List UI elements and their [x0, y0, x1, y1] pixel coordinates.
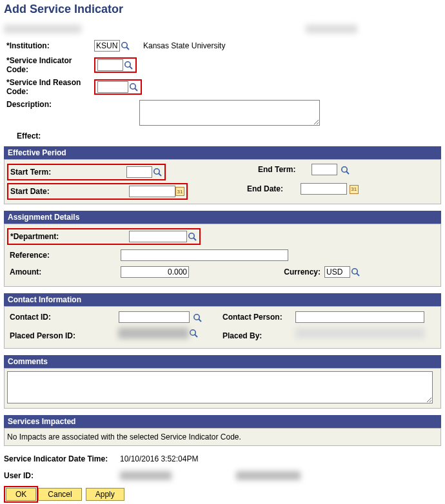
person-name-redacted	[4, 24, 81, 34]
person-id-redacted	[306, 24, 357, 34]
userid-value-redacted	[120, 471, 172, 480]
currency-input[interactable]	[324, 266, 350, 278]
placed-by-value-redacted	[295, 328, 424, 338]
svc-reason-lookup-icon[interactable]	[128, 82, 139, 92]
services-impacted-msg: No Impacts are associated with the selec…	[7, 432, 241, 441]
contact-id-label: Contact ID:	[7, 313, 84, 322]
placed-id-label: Placed Person ID:	[7, 331, 84, 340]
end-date-calendar-icon[interactable]: 31	[350, 185, 359, 194]
amount-input[interactable]	[121, 266, 189, 278]
services-impacted-title: Services Impacted	[4, 415, 441, 428]
placed-by-label: Placed By:	[222, 331, 293, 340]
end-term-label: End Term:	[258, 165, 310, 174]
contact-id-input[interactable]	[119, 311, 190, 323]
apply-button[interactable]: Apply	[86, 488, 124, 501]
end-date-input[interactable]	[301, 183, 347, 195]
description-textarea[interactable]	[139, 100, 320, 126]
institution-label: *Institution:	[4, 41, 94, 50]
description-label: Description:	[4, 100, 94, 109]
department-input[interactable]	[129, 231, 187, 242]
contact-title: Contact Information	[4, 293, 441, 306]
userid-label: User ID:	[4, 471, 120, 480]
reference-label: Reference:	[7, 251, 75, 260]
datetime-value: 10/10/2016 3:52:04PM	[120, 454, 198, 463]
svc-reason-input[interactable]	[97, 81, 128, 93]
placed-id-value-redacted	[119, 328, 188, 338]
svc-code-label: *Service Indicator Code:	[4, 56, 94, 74]
effective-period-title: Effective Period	[4, 146, 441, 159]
contact-person-label: Contact Person:	[222, 313, 293, 322]
start-term-lookup-icon[interactable]	[152, 167, 163, 177]
cancel-button[interactable]: Cancel	[38, 488, 81, 501]
effect-label: Effect:	[4, 131, 94, 141]
start-date-label: Start Date:	[10, 187, 62, 196]
contact-id-lookup-icon[interactable]	[192, 313, 203, 323]
institution-lookup-icon[interactable]	[120, 41, 130, 51]
reference-input[interactable]	[121, 249, 288, 261]
currency-lookup-icon[interactable]	[350, 267, 361, 277]
department-label: *Department:	[10, 232, 75, 241]
svc-code-input[interactable]	[97, 59, 123, 71]
datetime-label: Service Indicator Date Time:	[4, 454, 120, 463]
end-term-lookup-icon[interactable]	[340, 165, 350, 175]
start-term-input[interactable]	[126, 166, 152, 178]
page-title: Add Service Indicator	[4, 3, 441, 16]
start-date-input[interactable]	[129, 186, 175, 197]
ok-highlight: OK	[4, 486, 38, 503]
department-lookup-icon[interactable]	[187, 231, 197, 242]
ok-button[interactable]: OK	[6, 488, 36, 501]
placed-id-lookup-icon[interactable]	[188, 328, 199, 338]
assignment-title: Assignment Details	[4, 211, 441, 224]
amount-label: Amount:	[7, 267, 75, 276]
institution-input[interactable]	[94, 40, 120, 52]
start-date-calendar-icon[interactable]: 31	[175, 187, 184, 196]
institution-display: Kansas State University	[143, 41, 225, 50]
svc-reason-label: *Service Ind Reason Code:	[4, 78, 94, 96]
currency-label: Currency:	[284, 267, 321, 276]
start-term-label: Start Term:	[10, 168, 62, 177]
username-value-redacted	[236, 471, 301, 480]
contact-person-input[interactable]	[295, 311, 424, 323]
end-date-label: End Date:	[247, 184, 299, 193]
svc-code-lookup-icon[interactable]	[123, 60, 134, 70]
end-term-input[interactable]	[312, 164, 337, 175]
comments-title: Comments	[4, 355, 441, 368]
comments-textarea[interactable]	[7, 371, 433, 403]
